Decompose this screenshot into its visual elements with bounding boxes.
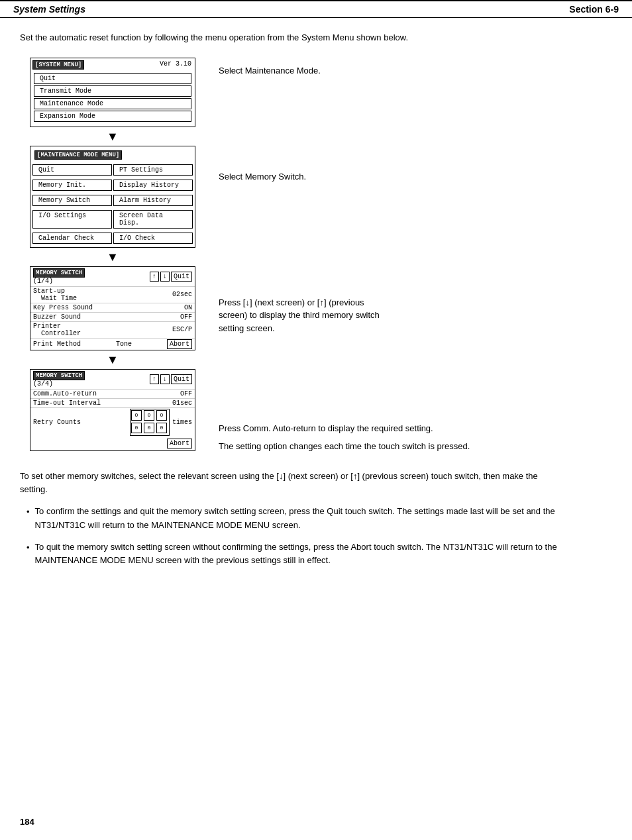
maintenance-menu-title: [MAINTENANCE MODE MENU] [34,150,122,160]
labels-column: Select Maintenance Mode. Select Memory S… [205,58,612,453]
ms1-nav: ↑ ↓ Quit [150,272,192,282]
ms3-nav: ↑ ↓ Quit [150,374,192,384]
ms1-quit-btn[interactable]: Quit [171,272,192,282]
pt-settings-btn: PT Settings [113,164,193,176]
retry-times-label: times [172,419,192,426]
commauto-value: OFF [180,390,192,397]
bullet-text-1: To confirm the settings and quit the mem… [35,505,563,533]
section-title-right: Section 6-9 [569,4,619,15]
transmit-mode-btn: Transmit Mode [34,85,191,97]
page-header: System Settings Section 6-9 [0,0,632,18]
bullet-text-2: To quit the memory switch setting screen… [35,541,563,568]
timeout-value: 01sec [172,399,192,407]
arrow-1: ▼ [107,131,119,142]
label-section-1: Select Maintenance Mode. [219,58,612,160]
ms1-row-keypress: Key Press Sound ON [30,303,195,312]
screens-column: [SYSTEM MENU] Ver 3.10 Quit Transmit Mod… [20,58,205,453]
memory-switch-3-screen: MEMORY SWITCH (3/4) ↑ ↓ Quit Comm.Auto-r… [30,369,195,451]
label4-text-2: The setting option changes each time the… [219,440,470,453]
ms3-row-retry: Retry Counts 0 0 0 0 0 0 times [30,407,195,437]
ms3-row-commauto: Comm.Auto-return OFF [30,389,195,398]
retry-cell-5: 0 [144,423,154,433]
page-content: Set the automatic reset function by foll… [0,18,632,589]
label-section-2: Select Memory Switch. [219,160,612,286]
ms1-title-block: MEMORY SWITCH (1/4) [33,268,85,285]
screen-data-disp-btn: Screen Data Disp. [113,210,193,229]
ms1-abort-btn[interactable]: Abort [167,339,192,349]
alarm-history-btn: Alarm History [113,195,193,206]
io-settings-btn: I/O Settings [32,210,112,229]
ms1-subtitle: (1/4) [33,278,85,285]
ms3-up-btn[interactable]: ↑ [150,374,159,384]
arrow-3: ▼ [107,354,119,366]
startup-value: 02sec [172,291,192,298]
system-menu-screen: [SYSTEM MENU] Ver 3.10 Quit Transmit Mod… [30,58,195,127]
maintenance-mode-btn: Maintenance Mode [34,98,191,109]
ms3-quit-btn[interactable]: Quit [171,374,192,384]
keypress-label: Key Press Sound [33,304,93,311]
calendar-check-btn: Calendar Check [32,233,112,244]
arrow-2: ▼ [107,251,119,263]
memory-init-btn: Memory Init. [32,180,112,191]
footer-section: To set other memory switches, select the… [20,470,563,568]
startup-label: Start-up Wait Time [33,288,77,302]
retry-label: Retry Counts [33,419,81,426]
section-title-left: System Settings [13,4,85,15]
ms3-abort-btn[interactable]: Abort [167,439,192,448]
retry-cell-3: 0 [156,410,167,421]
ms1-row-printmethod: Print Method Tone Abort [30,338,195,350]
ms3-header: MEMORY SWITCH (3/4) ↑ ↓ Quit [30,370,195,389]
ms3-title-block: MEMORY SWITCH (3/4) [33,371,85,388]
ms1-header: MEMORY SWITCH (1/4) ↑ ↓ Quit [30,267,195,286]
retry-cell-4: 0 [131,423,142,433]
memory-switch-btn: Memory Switch [32,195,112,206]
label2-text: Select Memory Switch. [219,170,306,184]
commauto-label: Comm.Auto-return [33,390,97,397]
label4-text-1: Press Comm. Auto-return to display the r… [219,422,433,435]
maintenance-menu-screen: [MAINTENANCE MODE MENU] Quit PT Settings… [30,146,195,248]
ms1-row-startup: Start-up Wait Time 02sec [30,286,195,303]
label1-text: Select Maintenance Mode. [219,64,321,78]
buzzer-value: OFF [180,313,192,321]
label-section-4: Press Comm. Auto-return to display the r… [219,412,612,453]
ms3-abort-row: Abort [30,437,195,450]
ms3-row-timeout: Time-out Interval 01sec [30,398,195,407]
ms3-subtitle: (3/4) [33,380,85,388]
retry-cell-1: 0 [131,410,142,421]
display-history-btn: Display History [113,180,193,191]
footer-para-1: To set other memory switches, select the… [20,470,563,498]
diagram-area: [SYSTEM MENU] Ver 3.10 Quit Transmit Mod… [20,58,612,453]
io-check-btn: I/O Check [113,233,193,244]
bullet-dot-2: • [26,541,30,568]
maintenance-menu-grid: Quit PT Settings Memory Init. Display Hi… [30,161,195,247]
retry-grid: 0 0 0 0 0 0 [130,409,170,436]
system-menu-title: [SYSTEM MENU] [32,60,84,70]
ms1-row-buzzer: Buzzer Sound OFF [30,312,195,321]
retry-counts-block: 0 0 0 0 0 0 times [130,409,192,436]
ms1-row-printer: Printer Controller ESC/P [30,321,195,338]
expansion-mode-btn: Expansion Mode [34,111,191,122]
timeout-label: Time-out Interval [33,399,101,407]
system-menu-inner: Quit Transmit Mode Maintenance Mode Expa… [30,70,195,127]
ms3-down-btn[interactable]: ↓ [160,374,170,384]
memory-switch-1-screen: MEMORY SWITCH (1/4) ↑ ↓ Quit Start-up Wa… [30,266,195,350]
buzzer-label: Buzzer Sound [33,313,81,321]
bullet-item-2: • To quit the memory switch setting scre… [20,541,563,568]
printer-label: Printer Controller [33,323,81,337]
bullet-dot-1: • [26,505,30,533]
bullet-item-1: • To confirm the settings and quit the m… [20,505,563,533]
quit-btn-1: Quit [34,73,191,84]
ms1-up-btn[interactable]: ↑ [150,272,159,282]
version-text: Ver 3.10 [160,60,191,68]
label-section-3: Press [↓] (next screen) or [↑] (previous… [219,286,612,412]
ms1-down-btn[interactable]: ↓ [160,272,170,282]
retry-cell-2: 0 [144,410,154,421]
printmethod-value: Tone [116,341,132,348]
printer-value: ESC/P [172,326,192,333]
label3-text: Press [↓] (next screen) or [↑] (previous… [219,296,380,335]
page: System Settings Section 6-9 Set the auto… [0,0,632,840]
maint-quit-btn: Quit [32,164,112,176]
retry-cell-6: 0 [156,423,167,433]
ms1-title: MEMORY SWITCH [33,268,85,278]
keypress-value: ON [184,304,192,311]
